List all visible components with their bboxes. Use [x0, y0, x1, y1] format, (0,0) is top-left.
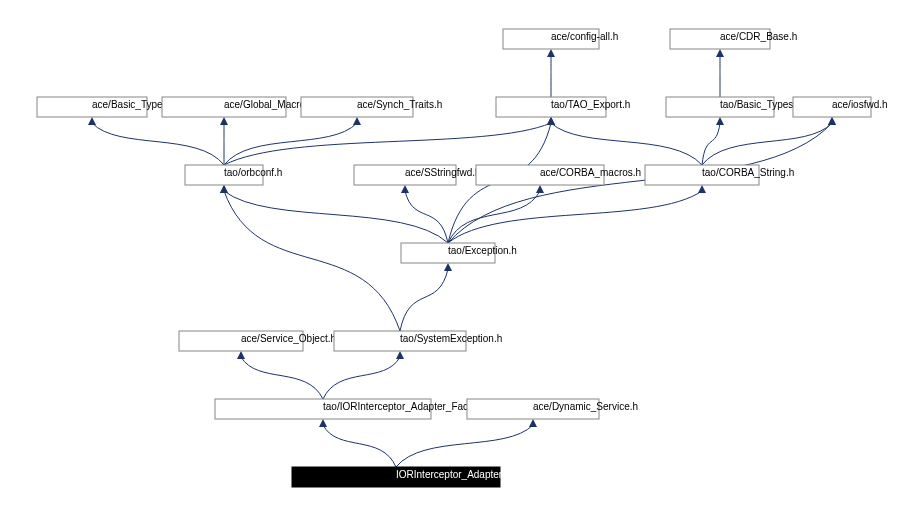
- node-orbconf: tao/orbconf.h: [185, 165, 282, 185]
- arrowhead: [220, 117, 228, 125]
- node-ior_fac: tao/IORInterceptor_Adapter_Factory.h: [215, 399, 492, 419]
- node-label: ace/iosfwd.h: [832, 99, 888, 110]
- arrowhead: [536, 185, 544, 193]
- arrowhead: [237, 351, 245, 359]
- node-basic: ace/Basic_Types.h: [37, 97, 176, 117]
- node-synch: ace/Synch_Traits.h: [301, 97, 442, 117]
- node-label: ace/CORBA_macros.h: [540, 167, 641, 178]
- node-label: tao/Basic_Types.h: [720, 99, 802, 110]
- node-cfgall: ace/config-all.h: [503, 29, 618, 49]
- arrowhead: [401, 185, 409, 193]
- edge: [323, 357, 400, 399]
- dependency-graph: IORInterceptor_Adapter_Factory.cpptao/IO…: [0, 0, 900, 510]
- arrowhead: [716, 49, 724, 57]
- edge: [92, 123, 224, 165]
- edge: [323, 425, 396, 467]
- node-iosfwd: ace/iosfwd.h: [793, 97, 888, 117]
- node-label: tao/TAO_Export.h: [551, 99, 630, 110]
- node-gmacros: ace/Global_Macros.h: [162, 97, 319, 117]
- node-label: tao/Exception.h: [448, 245, 517, 256]
- node-exc: tao/Exception.h: [401, 243, 517, 263]
- arrowhead: [353, 117, 361, 125]
- node-label: ace/CDR_Base.h: [720, 31, 797, 42]
- node-cdr: ace/CDR_Base.h: [670, 29, 797, 49]
- node-cstring: tao/CORBA_String.h: [645, 165, 794, 185]
- node-export: tao/TAO_Export.h: [496, 97, 630, 117]
- edge: [448, 191, 540, 243]
- edge: [396, 425, 533, 467]
- edge: [702, 123, 720, 165]
- node-svcobj: ace/Service_Object.h: [179, 331, 336, 351]
- edge: [702, 123, 832, 165]
- arrowhead: [547, 117, 555, 125]
- arrowhead: [88, 117, 96, 125]
- node-label: ace/SStringfwd.h: [405, 167, 481, 178]
- node-label: tao/SystemException.h: [400, 333, 502, 344]
- arrowhead: [698, 185, 706, 193]
- node-label: ace/Synch_Traits.h: [357, 99, 442, 110]
- arrowhead: [444, 263, 452, 271]
- node-sstring: ace/SStringfwd.h: [354, 165, 481, 185]
- node-label: tao/orbconf.h: [224, 167, 282, 178]
- edge: [224, 191, 448, 243]
- arrowhead: [828, 117, 836, 125]
- node-root: IORInterceptor_Adapter_Factory.cpp: [292, 467, 560, 487]
- edge: [224, 191, 400, 331]
- arrowhead: [547, 49, 555, 57]
- edge: [448, 191, 702, 243]
- edge: [551, 123, 702, 165]
- node-label: tao/CORBA_String.h: [702, 167, 794, 178]
- arrowhead: [396, 351, 404, 359]
- edge: [241, 357, 323, 399]
- edge: [405, 191, 448, 243]
- arrowhead: [319, 419, 327, 427]
- node-tbasic: tao/Basic_Types.h: [666, 97, 802, 117]
- node-cmacros: ace/CORBA_macros.h: [476, 165, 641, 185]
- arrowhead: [220, 185, 228, 193]
- node-label: IORInterceptor_Adapter_Factory.cpp: [396, 469, 560, 480]
- node-label: ace/Service_Object.h: [241, 333, 336, 344]
- arrowhead: [716, 117, 724, 125]
- arrowhead: [529, 419, 537, 427]
- edge: [400, 269, 448, 331]
- node-label: ace/config-all.h: [551, 31, 618, 42]
- node-dynsvc: ace/Dynamic_Service.h: [467, 399, 638, 419]
- node-sysexc: tao/SystemException.h: [334, 331, 502, 351]
- node-label: ace/Dynamic_Service.h: [533, 401, 638, 412]
